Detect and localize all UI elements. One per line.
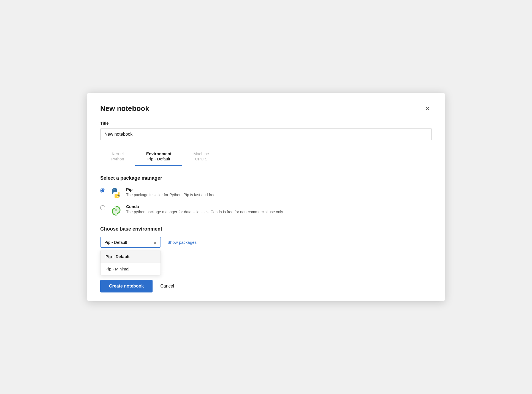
package-manager-options: pip Pip The package installer for Python… [100, 187, 432, 216]
package-manager-title: Select a package manager [100, 175, 432, 181]
conda-desc: The python package manager for data scie… [126, 210, 284, 214]
modal-title: New notebook [100, 104, 149, 113]
tab-environment-name: Environment [146, 151, 172, 156]
base-env-dropdown[interactable]: Pip - Default ▲ [100, 237, 161, 248]
pip-name: Pip [126, 187, 216, 192]
tab-environment[interactable]: Environment Pip - Default [135, 149, 183, 165]
tab-machine-sub: CPU S [195, 157, 208, 161]
conda-name: Conda [126, 204, 284, 209]
svg-point-1 [114, 189, 115, 190]
conda-radio[interactable] [100, 205, 105, 210]
svg-text:pip: pip [117, 195, 120, 197]
svg-point-5 [115, 209, 117, 211]
pip-text: Pip The package installer for Python. Pi… [126, 187, 216, 197]
pip-desc: The package installer for Python. Pip is… [126, 193, 216, 197]
new-notebook-modal: New notebook × Title Kernel Python Envir… [87, 93, 445, 301]
show-packages-link[interactable]: Show packages [167, 240, 197, 245]
close-button[interactable]: × [423, 104, 432, 113]
chevron-up-icon: ▲ [153, 240, 157, 244]
conda-icon [110, 204, 122, 216]
tab-machine-name: Machine [193, 151, 209, 156]
base-env-title: Choose base environment [100, 226, 432, 232]
base-env-row: Pip - Default ▲ Show packages Pip - Defa… [100, 237, 432, 248]
cancel-button[interactable]: Cancel [158, 280, 176, 292]
title-section: Title [100, 121, 432, 149]
conda-text: Conda The python package manager for dat… [126, 204, 284, 214]
tabs-bar: Kernel Python Environment Pip - Default … [100, 149, 432, 165]
title-label: Title [100, 121, 432, 125]
dropdown-option-pip-minimal[interactable]: Pip - Minimal [101, 263, 161, 275]
modal-footer: Create notebook Cancel [100, 272, 432, 301]
pip-icon: pip [110, 187, 122, 199]
tab-machine[interactable]: Machine CPU S [182, 149, 220, 165]
tab-environment-sub: Pip - Default [147, 157, 170, 161]
tab-kernel-name: Kernel [112, 151, 124, 156]
modal-header: New notebook × [100, 104, 432, 113]
dropdown-menu: Pip - Default Pip - Minimal [100, 250, 161, 275]
tab-kernel-sub: Python [111, 157, 124, 161]
title-input[interactable] [100, 128, 432, 140]
pip-option: pip Pip The package installer for Python… [100, 187, 432, 199]
conda-option: Conda The python package manager for dat… [100, 204, 432, 216]
pip-radio[interactable] [100, 188, 105, 193]
dropdown-selected-text: Pip - Default [104, 240, 127, 245]
dropdown-option-pip-default[interactable]: Pip - Default [101, 250, 161, 263]
tab-kernel[interactable]: Kernel Python [100, 149, 135, 165]
create-notebook-button[interactable]: Create notebook [100, 280, 153, 292]
